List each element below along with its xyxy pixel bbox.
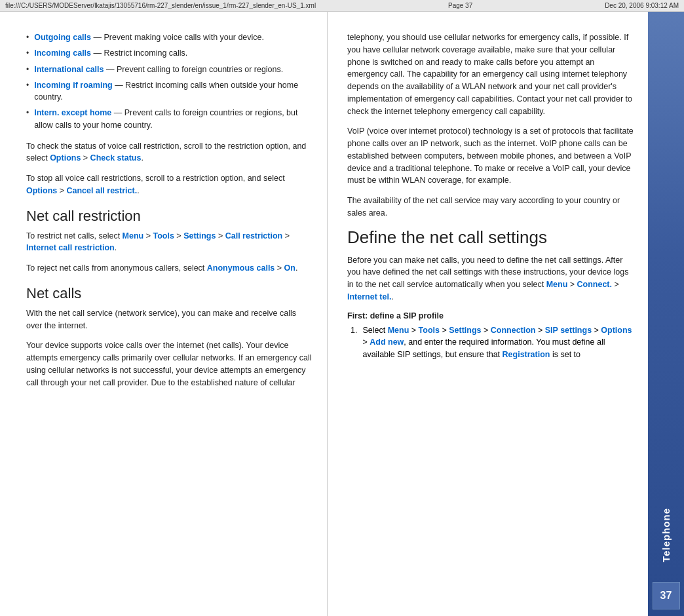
right-panel: telephony, you should use cellular netwo… — [328, 12, 648, 616]
list-item-1-text: Select Menu > Tools > Settings > Connect… — [362, 324, 635, 361]
net-calls-intro: With the net call service (network servi… — [26, 307, 314, 332]
voip-para: VoIP (voice over internet protocol) tech… — [347, 125, 635, 187]
net-calls-heading: Net calls — [26, 285, 314, 302]
net-calls-detail: Your device supports voice calls over th… — [26, 339, 314, 389]
define-net-call-settings-heading: Define the net call settings — [347, 227, 635, 248]
options-link-2[interactable]: Options — [26, 186, 57, 195]
para4-start: To reject net calls from anonymous calle… — [26, 263, 207, 273]
bullet-dot: • — [26, 80, 29, 91]
para2-text: To stop all voice call restrictions, scr… — [26, 174, 285, 183]
add-new-link[interactable]: Add new — [370, 337, 404, 347]
para4-end: . — [391, 292, 393, 301]
para4-sep1: > — [567, 280, 577, 289]
list-item: 1. Select Menu > Tools > Settings > Conn… — [351, 324, 635, 361]
anonymous-calls-para: To reject net calls from anonymous calle… — [26, 262, 314, 275]
intern-except-home-link[interactable]: Intern. except home — [34, 108, 111, 117]
connect-link[interactable]: Connect. — [577, 280, 612, 289]
list-item: • Intern. except home — Prevent calls to… — [26, 107, 314, 130]
registration-link[interactable]: Registration — [503, 350, 550, 359]
international-calls-link[interactable]: International calls — [34, 65, 104, 74]
para3-sep3: > — [216, 231, 225, 241]
outgoing-calls-link[interactable]: Outgoing calls — [34, 33, 91, 42]
para4-sep1: > — [275, 263, 284, 273]
para1-sep1: > — [81, 153, 90, 163]
li1-sep1: > — [409, 326, 418, 335]
tools-link-li1[interactable]: Tools — [419, 326, 440, 335]
para3-start: To restrict net calls, select — [26, 231, 123, 241]
net-call-restriction-heading: Net call restriction — [26, 208, 314, 225]
call-restriction-link[interactable]: Call restriction — [225, 231, 283, 241]
cancel-restrict-link[interactable]: Cancel all restrict. — [66, 186, 137, 195]
main-wrapper: • Outgoing calls — Prevent making voice … — [0, 12, 684, 616]
menu-link-li1[interactable]: Menu — [388, 326, 409, 335]
list-item-text: International calls — Prevent calling to… — [34, 64, 283, 75]
bullet-list: • Outgoing calls — Prevent making voice … — [26, 31, 314, 131]
page-label: Page 37 — [448, 2, 472, 9]
para3-sep1: > — [143, 231, 153, 241]
page-number: 37 — [653, 582, 680, 609]
sip-settings-link[interactable]: SIP settings — [545, 326, 592, 335]
internet-tel-link[interactable]: Internet tel. — [347, 292, 391, 301]
para4-end: . — [295, 263, 297, 273]
bullet-text-2: — Prevent calling to foreign countries o… — [104, 65, 283, 74]
para3-sep4: > — [282, 231, 290, 241]
li1-start: Select — [362, 326, 387, 335]
date-stamp: Dec 20, 2006 9:03:12 AM — [605, 2, 679, 9]
availability-para: The availability of the net call service… — [347, 195, 635, 220]
incoming-roaming-link[interactable]: Incoming if roaming — [34, 81, 112, 90]
list-item-text: Incoming calls — Restrict incoming calls… — [34, 47, 187, 59]
para2-end: . — [137, 186, 139, 195]
incoming-calls-link[interactable]: Incoming calls — [34, 48, 91, 58]
cancel-restrict-para: To stop all voice call restrictions, scr… — [26, 172, 314, 197]
sidebar: Telephone 37 — [648, 12, 684, 616]
menu-link-1[interactable]: Menu — [123, 231, 144, 241]
settings-link-1[interactable]: Settings — [183, 231, 216, 241]
net-call-setup-para: Before you can make net calls, you need … — [347, 254, 635, 303]
num-1: 1. — [351, 324, 357, 337]
internet-call-restriction-link[interactable]: Internet call restriction — [26, 243, 115, 252]
numbered-list: 1. Select Menu > Tools > Settings > Conn… — [347, 324, 635, 361]
li1-end: is set to — [550, 350, 580, 359]
left-panel: • Outgoing calls — Prevent making voice … — [0, 12, 328, 616]
top-bar: file:///C:/USERS/MODEServer/lkatajis/130… — [0, 0, 684, 12]
connection-link-li1[interactable]: Connection — [491, 326, 536, 335]
bullet-dot: • — [26, 107, 29, 119]
list-item: • Outgoing calls — Prevent making voice … — [26, 31, 314, 43]
para1-end: . — [141, 153, 143, 163]
telephony-para1: telephony, you should use cellular netwo… — [347, 31, 635, 117]
para4-sep2: > — [612, 280, 619, 289]
list-item: • International calls — Prevent calling … — [26, 64, 314, 75]
para3-sep2: > — [174, 231, 183, 241]
menu-link-right[interactable]: Menu — [546, 280, 568, 289]
para2-sep1: > — [57, 186, 66, 195]
list-item-text: Outgoing calls — Prevent making voice ca… — [34, 31, 264, 43]
li1-sep4: > — [536, 326, 545, 335]
settings-link-li1[interactable]: Settings — [449, 326, 481, 335]
check-status-para: To check the status of voice call restri… — [26, 140, 314, 165]
list-item: • Incoming if roaming — Restrict incomin… — [26, 79, 314, 103]
bullet-text-0: — Prevent making voice calls with your d… — [91, 33, 264, 42]
tools-link-1[interactable]: Tools — [153, 231, 174, 241]
options-link-li1[interactable]: Options — [601, 326, 632, 335]
list-item-text: Intern. except home — Prevent calls to f… — [34, 107, 314, 130]
para3-end: . — [115, 243, 117, 252]
li1-sep5: > — [592, 326, 601, 335]
bullet-dot: • — [26, 64, 29, 75]
bullet-text-1: — Restrict incoming calls. — [91, 48, 187, 58]
restrict-net-calls-para: To restrict net calls, select Menu > Too… — [26, 230, 314, 255]
on-link[interactable]: On — [284, 263, 295, 273]
li1-sep2: > — [440, 326, 449, 335]
bullet-dot: • — [26, 48, 29, 59]
li1-sep3: > — [482, 326, 491, 335]
options-link-1[interactable]: Options — [50, 153, 81, 163]
sip-profile-label: First: define a SIP profile — [347, 311, 635, 320]
filepath: file:///C:/USERS/MODEServer/lkatajis/130… — [5, 2, 316, 9]
bullet-dot: • — [26, 32, 29, 43]
check-status-link[interactable]: Check status — [90, 153, 142, 163]
sidebar-label: Telephone — [660, 508, 672, 562]
li1-sep6: > — [362, 337, 370, 347]
anonymous-calls-link[interactable]: Anonymous calls — [207, 263, 275, 273]
list-item: • Incoming calls — Restrict incoming cal… — [26, 47, 314, 59]
list-item-text: Incoming if roaming — Restrict incoming … — [34, 79, 314, 103]
